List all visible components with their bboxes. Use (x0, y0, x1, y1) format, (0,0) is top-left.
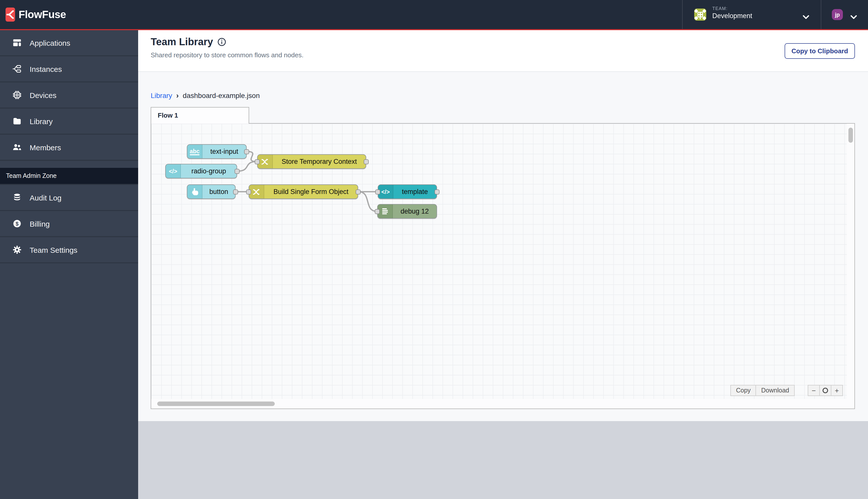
horizontal-scrollbar-thumb[interactable] (157, 402, 275, 406)
sidebar-item-billing[interactable]: $ Billing (0, 211, 138, 237)
team-selector[interactable]: TEAM: Development (712, 6, 752, 20)
sidebar-item-audit-log[interactable]: Audit Log (0, 185, 138, 211)
shuffle-icon (249, 185, 264, 198)
node-label: Build Single Form Object (264, 185, 358, 198)
users-icon (13, 143, 22, 152)
breadcrumb: Library › dashboard-example.json (151, 91, 260, 99)
canvas-grid (151, 124, 847, 399)
zoom-in-button[interactable]: + (831, 385, 843, 396)
sidebar-item-label: Library (30, 117, 53, 125)
svg-text:$: $ (15, 221, 18, 227)
header-divider (682, 0, 683, 29)
node-label: button (202, 185, 235, 198)
output-port[interactable] (244, 149, 249, 154)
input-port[interactable] (246, 189, 251, 194)
accent-line (0, 29, 868, 30)
team-avatar[interactable] (694, 9, 706, 21)
instances-icon (13, 64, 22, 73)
breadcrumb-current-file: dashboard-example.json (183, 91, 260, 99)
flow-node-build-single-form-object[interactable]: Build Single Form Object (249, 184, 358, 199)
breadcrumb-library-link[interactable]: Library (151, 91, 172, 99)
flowfuse-logo[interactable]: FlowFuse (5, 8, 66, 22)
brand-name: FlowFuse (18, 9, 66, 21)
user-avatar[interactable]: jp (832, 9, 843, 20)
code-icon: </> (378, 185, 393, 198)
flow-node-debug-12[interactable]: debug 12 (377, 204, 437, 219)
output-port[interactable] (233, 189, 238, 194)
flowfuse-logo-icon (5, 8, 15, 22)
gear-icon (13, 245, 22, 254)
app-window: FlowFuse TEAM: Development jp (0, 0, 868, 499)
breadcrumb-chevron-icon: › (176, 91, 179, 99)
sidebar-item-library[interactable]: Library (0, 109, 138, 135)
canvas-export-buttons: Copy Download (730, 385, 795, 396)
abc-icon: abc (187, 145, 202, 158)
sidebar-item-label: Devices (30, 91, 57, 99)
shuffle-icon (258, 155, 273, 168)
sidebar-item-label: Team Settings (30, 245, 77, 254)
node-label: text-input (202, 145, 246, 158)
zoom-out-button[interactable]: − (808, 385, 820, 396)
output-port[interactable] (356, 189, 361, 194)
sidebar-item-label: Billing (30, 219, 50, 228)
node-label: radio-group (181, 164, 237, 178)
page-title: Team Library (151, 36, 213, 48)
input-port[interactable] (375, 189, 380, 194)
output-port[interactable] (235, 169, 239, 174)
code-icon: </> (166, 164, 181, 178)
sidebar-item-devices[interactable]: Devices (0, 82, 138, 109)
input-port[interactable] (375, 209, 380, 214)
dollar-icon: $ (13, 219, 22, 228)
flow-node-button[interactable]: button (187, 184, 236, 199)
team-label: TEAM: (712, 6, 752, 11)
copy-to-clipboard-button[interactable]: Copy to Clipboard (785, 43, 855, 59)
team-admin-zone-label: Team Admin Zone (0, 168, 138, 185)
list-icon (378, 205, 393, 218)
sidebar-item-label: Applications (30, 38, 70, 47)
sidebar-item-label: Audit Log (30, 193, 62, 202)
flow-node-template[interactable]: </> template (378, 184, 437, 199)
node-label: debug 12 (393, 205, 436, 218)
canvas-copy-button[interactable]: Copy (730, 385, 756, 396)
team-chevron-down-icon[interactable] (803, 13, 809, 22)
flow-node-radio-group[interactable]: </> radio-group (165, 164, 237, 179)
team-name: Development (712, 12, 752, 20)
output-port[interactable] (364, 159, 369, 164)
info-icon[interactable] (218, 38, 226, 46)
tab-flow-1[interactable]: Flow 1 (151, 107, 249, 124)
applications-icon (13, 38, 22, 47)
sidebar-item-label: Members (30, 143, 61, 151)
sidebar-item-members[interactable]: Members (0, 135, 138, 161)
top-navbar: FlowFuse TEAM: Development jp (0, 0, 868, 29)
node-label: template (393, 185, 436, 198)
node-label: Store Temporary Context (273, 155, 366, 168)
canvas-zoom-controls: − + (808, 385, 843, 396)
flow-node-store-temporary-context[interactable]: Store Temporary Context (257, 154, 366, 169)
sidebar-item-applications[interactable]: Applications (0, 30, 138, 56)
flow-node-text-input[interactable]: abc text-input (187, 144, 247, 159)
pointer-icon (187, 185, 202, 198)
user-chevron-down-icon[interactable] (851, 13, 857, 22)
database-icon (13, 193, 22, 202)
user-initials: jp (835, 12, 840, 17)
sidebar-item-team-settings[interactable]: Team Settings (0, 237, 138, 263)
zoom-reset-button[interactable] (819, 385, 831, 396)
vertical-scrollbar-thumb[interactable] (848, 127, 853, 143)
flow-canvas[interactable]: abc text-input </> radio-group Store Tem… (151, 123, 855, 409)
zoom-reset-circle-icon (822, 387, 828, 393)
canvas-download-button[interactable]: Download (756, 385, 795, 396)
sidebar-item-label: Instances (30, 64, 62, 73)
folder-icon (13, 117, 22, 126)
output-port[interactable] (434, 189, 439, 194)
devices-icon (13, 90, 22, 99)
sidebar-item-instances[interactable]: Instances (0, 56, 138, 82)
header-divider (821, 0, 821, 29)
sidebar: Applications Instances Devices Library (0, 30, 138, 499)
page-subtitle: Shared repository to store common flows … (151, 51, 303, 59)
page-footer-band (138, 421, 868, 499)
page-header-band (138, 30, 868, 72)
input-port[interactable] (255, 159, 260, 164)
